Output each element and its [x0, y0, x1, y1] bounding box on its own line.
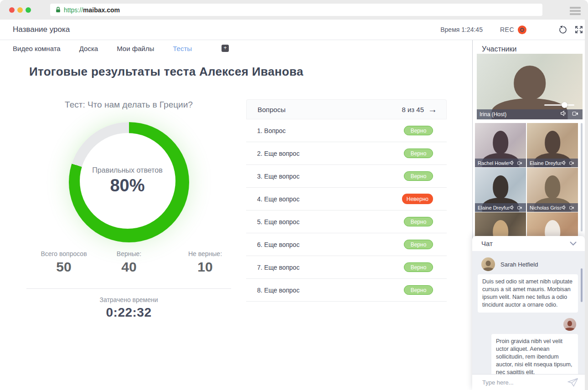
participant-name: Rachel Howlett: [478, 160, 509, 166]
participant-name: Irina (Host): [480, 111, 506, 118]
chevron-down-icon[interactable]: [570, 241, 577, 246]
speaker-icon[interactable]: [561, 159, 567, 167]
lesson-title: Название урока: [13, 25, 70, 34]
question-row[interactable]: 5. Еще вопросВерно: [246, 210, 447, 233]
speaker-icon[interactable]: [561, 204, 567, 212]
status-badge: Неверно: [402, 194, 433, 204]
lock-icon: [56, 7, 61, 13]
participant-name-bar: Elaine Dreyfuss: [527, 159, 578, 167]
questions-list: Вопросы 8 из 45 → 1. ВопросВерно 2. Еще …: [246, 99, 447, 302]
question-row[interactable]: 8. Еще вопросВерно: [246, 279, 447, 302]
chat-author-name: Sarah Hetfield: [500, 261, 538, 268]
close-window-button[interactable]: [9, 7, 15, 13]
stat-incorrect: Не верные: 10: [160, 250, 251, 275]
question-row[interactable]: 1. ВопросВерно: [246, 119, 447, 142]
participant-video[interactable]: Rachel Howlett: [475, 123, 526, 167]
question-row[interactable]: 7. Еще вопросВерно: [246, 256, 447, 279]
volume-slider[interactable]: [544, 104, 574, 106]
session-time: Время 1:24:45: [440, 26, 483, 33]
score-summary: Тест: Что нам делать в Греции? Правильны…: [18, 100, 239, 320]
send-icon[interactable]: [567, 378, 578, 387]
chat-message: Proin gravida nibh vel velit uctor aliqu…: [491, 334, 578, 374]
status-badge: Верно: [404, 240, 433, 249]
participants-title: Участники: [473, 40, 585, 53]
participant-name: Nicholas Griss...: [530, 205, 561, 210]
window-controls: [9, 7, 31, 13]
divider: [26, 288, 231, 289]
status-badge: Верно: [404, 262, 433, 272]
time-spent-value: 0:22:32: [18, 305, 239, 320]
questions-title: Вопросы: [258, 106, 285, 113]
test-name: Тест: Что нам делать в Греции?: [18, 100, 239, 110]
camera-icon[interactable]: [517, 159, 522, 167]
arrow-right-icon[interactable]: →: [428, 104, 437, 115]
avatar: [563, 318, 576, 331]
score-donut: Правильных ответов 80%: [67, 121, 191, 244]
score-label: Правильных ответов: [92, 166, 162, 174]
avatar: [481, 257, 495, 271]
record-icon[interactable]: [518, 26, 526, 34]
chat-input[interactable]: [481, 379, 564, 386]
tabs-bar: Видео комната Доска Мои файлы Тесты +: [0, 40, 472, 56]
host-name-bar: Irina (Host): [477, 109, 583, 119]
url-scheme: https://: [64, 6, 83, 14]
participant-name-bar: Rachel Howlett: [475, 159, 526, 167]
score-donut-center: Правильных ответов 80%: [80, 133, 175, 229]
page-margin: [585, 20, 588, 390]
chat-messages: Sarah Hetfield Duis sed odio sit amet ni…: [472, 251, 585, 374]
speaker-icon[interactable]: [509, 204, 515, 212]
camera-icon[interactable]: [572, 110, 579, 118]
volume-slider-knob[interactable]: [562, 102, 567, 108]
tab-my-files[interactable]: Мои файлы: [117, 45, 154, 52]
chat-message-author: Sarah Hetfield: [481, 257, 579, 271]
zoom-window-button[interactable]: [26, 7, 31, 13]
questions-pagination[interactable]: 8 из 45 →: [402, 104, 437, 115]
chat-panel: Чат Sarah Hetfield Duis sed odio sit ame…: [472, 236, 585, 390]
participant-name-bar: Nicholas Griss...: [527, 203, 578, 212]
fullscreen-icon[interactable]: [574, 25, 583, 34]
participant-name: Elaine Dreyfuss: [478, 205, 509, 210]
time-spent-label: Затрачено времени: [18, 296, 239, 303]
speaker-icon[interactable]: [509, 159, 515, 167]
browser-menu-icon[interactable]: [570, 7, 581, 16]
question-row[interactable]: 3. Еще вопросВерно: [246, 165, 447, 188]
chat-message: Duis sed odio sit amet nibh ulputate cur…: [478, 274, 578, 313]
tab-board[interactable]: Доска: [79, 45, 98, 52]
tab-tests[interactable]: Тесты: [173, 45, 192, 52]
question-row[interactable]: 4. Еще вопросНеверно: [246, 188, 447, 210]
add-tab-button[interactable]: +: [222, 45, 229, 52]
participant-name: Elaine Dreyfuss: [530, 160, 561, 166]
url-domain: maibax.com: [83, 6, 120, 14]
sync-icon[interactable]: [558, 25, 568, 35]
question-row[interactable]: 2. Еще вопросВерно: [246, 142, 447, 165]
test-results-panel: Итоговые результаты теста Алексея Иванов…: [0, 56, 472, 390]
status-badge: Верно: [404, 217, 433, 226]
stats-row: Всего вопросов 50 Верные: 40 Не верные: …: [18, 250, 239, 284]
address-bar[interactable]: https:// maibax.com: [50, 4, 542, 16]
chat-header[interactable]: Чат: [472, 236, 585, 251]
participant-video[interactable]: Nicholas Griss...: [527, 168, 578, 212]
questions-header: Вопросы 8 из 45 →: [246, 99, 447, 119]
participants-scrollbar[interactable]: [581, 123, 583, 231]
participant-video[interactable]: Elaine Dreyfuss: [527, 123, 578, 167]
question-row[interactable]: 6. Еще вопросВерно: [246, 233, 447, 256]
status-badge: Верно: [404, 126, 433, 135]
camera-icon[interactable]: [569, 159, 574, 167]
status-badge: Верно: [404, 149, 433, 158]
app-header: Название урока Время 1:24:45 REC: [0, 20, 588, 40]
chat-message-author: [478, 318, 579, 331]
browser-chrome: https:// maibax.com: [0, 0, 588, 20]
chat-scrollbar[interactable]: [581, 268, 583, 302]
camera-icon[interactable]: [517, 204, 522, 212]
app-window: https:// maibax.com Название урока Время…: [0, 0, 588, 390]
score-value: 80%: [110, 176, 144, 195]
chat-title: Чат: [481, 240, 493, 247]
participant-video[interactable]: Elaine Dreyfuss: [475, 168, 526, 212]
speaker-icon[interactable]: [560, 110, 567, 118]
camera-icon[interactable]: [569, 204, 574, 212]
tab-video-room[interactable]: Видео комната: [13, 45, 61, 52]
host-video[interactable]: Irina (Host): [477, 54, 583, 119]
status-badge: Верно: [404, 171, 433, 181]
minimize-window-button[interactable]: [17, 7, 23, 13]
participant-name-bar: Elaine Dreyfuss: [475, 203, 526, 212]
